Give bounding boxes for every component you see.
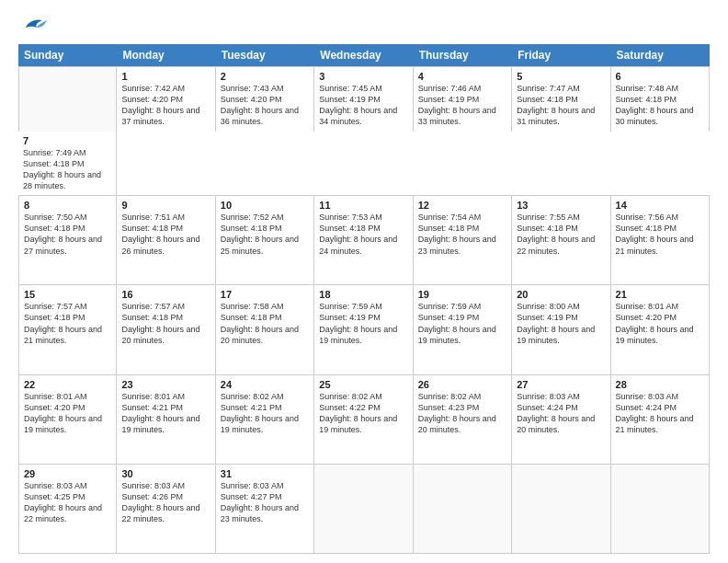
cell-info: Sunrise: 8:03 AMSunset: 4:26 PMDaylight:… (121, 480, 210, 525)
calendar-cell: 27Sunrise: 8:03 AMSunset: 4:24 PMDayligh… (512, 375, 610, 464)
page: SundayMondayTuesdayWednesdayThursdayFrid… (0, 0, 728, 563)
calendar-header: SundayMondayTuesdayWednesdayThursdayFrid… (18, 44, 710, 66)
cell-info: Sunrise: 8:02 AMSunset: 4:21 PMDaylight:… (221, 391, 309, 436)
calendar-header-cell: Saturday (611, 44, 710, 66)
cell-info: Sunrise: 8:03 AMSunset: 4:27 PMDaylight:… (221, 480, 309, 525)
day-number: 9 (121, 200, 210, 211)
calendar: SundayMondayTuesdayWednesdayThursdayFrid… (18, 44, 710, 554)
calendar-cell: 28Sunrise: 8:03 AMSunset: 4:24 PMDayligh… (611, 375, 710, 464)
calendar-cell: 30Sunrise: 8:03 AMSunset: 4:26 PMDayligh… (117, 465, 215, 553)
cell-info: Sunrise: 7:52 AMSunset: 4:18 PMDaylight:… (221, 212, 309, 257)
cell-info: Sunrise: 7:55 AMSunset: 4:18 PMDaylight:… (517, 212, 605, 257)
calendar-cell: 7Sunrise: 7:49 AMSunset: 4:18 PMDaylight… (18, 132, 117, 196)
cell-info: Sunrise: 7:54 AMSunset: 4:18 PMDaylight:… (418, 212, 506, 257)
day-number: 24 (221, 379, 309, 390)
cell-info: Sunrise: 8:01 AMSunset: 4:21 PMDaylight:… (121, 391, 210, 436)
cell-info: Sunrise: 7:58 AMSunset: 4:18 PMDaylight:… (221, 301, 309, 346)
day-number: 3 (319, 71, 407, 82)
day-number: 4 (418, 71, 506, 82)
day-number: 1 (121, 71, 210, 82)
calendar-cell: 29Sunrise: 8:03 AMSunset: 4:25 PMDayligh… (18, 465, 117, 553)
day-number: 30 (121, 468, 210, 479)
calendar-cell: 24Sunrise: 8:02 AMSunset: 4:21 PMDayligh… (216, 375, 314, 464)
calendar-cell: 9Sunrise: 7:51 AMSunset: 4:18 PMDaylight… (117, 196, 215, 284)
header (18, 15, 710, 35)
calendar-cell (18, 67, 117, 132)
day-number: 5 (517, 71, 605, 82)
calendar-cell: 2Sunrise: 7:43 AMSunset: 4:20 PMDaylight… (216, 67, 314, 132)
cell-info: Sunrise: 7:50 AMSunset: 4:18 PMDaylight:… (24, 212, 111, 257)
calendar-row: 8Sunrise: 7:50 AMSunset: 4:18 PMDaylight… (18, 196, 710, 285)
calendar-cell: 5Sunrise: 7:47 AMSunset: 4:18 PMDaylight… (512, 67, 610, 132)
cell-info: Sunrise: 8:02 AMSunset: 4:23 PMDaylight:… (418, 391, 506, 436)
day-number: 31 (221, 468, 309, 479)
calendar-cell: 1Sunrise: 7:42 AMSunset: 4:20 PMDaylight… (117, 67, 215, 132)
cell-info: Sunrise: 7:51 AMSunset: 4:18 PMDaylight:… (121, 212, 210, 257)
cell-info: Sunrise: 7:53 AMSunset: 4:18 PMDaylight:… (319, 212, 407, 257)
calendar-header-cell: Wednesday (314, 44, 413, 66)
calendar-cell: 19Sunrise: 7:59 AMSunset: 4:19 PMDayligh… (414, 285, 512, 373)
cell-info: Sunrise: 7:56 AMSunset: 4:18 PMDaylight:… (616, 212, 704, 257)
day-number: 2 (221, 71, 309, 82)
day-number: 16 (121, 289, 210, 300)
day-number: 7 (23, 135, 111, 146)
day-number: 20 (517, 289, 605, 300)
calendar-header-cell: Friday (512, 44, 610, 66)
day-number: 10 (221, 200, 309, 211)
day-number: 25 (319, 379, 407, 390)
calendar-cell: 18Sunrise: 7:59 AMSunset: 4:19 PMDayligh… (314, 285, 413, 373)
calendar-cell: 12Sunrise: 7:54 AMSunset: 4:18 PMDayligh… (414, 196, 512, 284)
day-number: 18 (319, 289, 407, 300)
day-number: 6 (616, 71, 704, 82)
cell-info: Sunrise: 7:45 AMSunset: 4:19 PMDaylight:… (319, 83, 407, 128)
day-number: 15 (24, 289, 111, 300)
calendar-cell: 26Sunrise: 8:02 AMSunset: 4:23 PMDayligh… (414, 375, 512, 464)
cell-info: Sunrise: 8:01 AMSunset: 4:20 PMDaylight:… (616, 301, 704, 346)
cell-info: Sunrise: 7:46 AMSunset: 4:19 PMDaylight:… (418, 83, 506, 128)
calendar-cell: 15Sunrise: 7:57 AMSunset: 4:18 PMDayligh… (18, 285, 117, 373)
calendar-cell: 21Sunrise: 8:01 AMSunset: 4:20 PMDayligh… (611, 285, 710, 373)
calendar-cell: 6Sunrise: 7:48 AMSunset: 4:18 PMDaylight… (611, 67, 710, 132)
day-number: 17 (221, 289, 309, 300)
calendar-row: 29Sunrise: 8:03 AMSunset: 4:25 PMDayligh… (18, 465, 710, 554)
calendar-header-cell: Monday (117, 44, 215, 66)
calendar-cell: 4Sunrise: 7:46 AMSunset: 4:19 PMDaylight… (414, 67, 512, 132)
calendar-cell (314, 465, 413, 553)
logo (18, 15, 50, 35)
cell-info: Sunrise: 8:03 AMSunset: 4:25 PMDaylight:… (24, 480, 111, 525)
calendar-cell: 14Sunrise: 7:56 AMSunset: 4:18 PMDayligh… (611, 196, 710, 284)
calendar-row: 15Sunrise: 7:57 AMSunset: 4:18 PMDayligh… (18, 285, 710, 374)
cell-info: Sunrise: 8:00 AMSunset: 4:19 PMDaylight:… (517, 301, 605, 346)
calendar-cell (611, 465, 710, 553)
calendar-cell (414, 465, 512, 553)
cell-info: Sunrise: 8:03 AMSunset: 4:24 PMDaylight:… (616, 391, 704, 436)
cell-info: Sunrise: 8:02 AMSunset: 4:22 PMDaylight:… (319, 391, 407, 436)
calendar-cell: 22Sunrise: 8:01 AMSunset: 4:20 PMDayligh… (18, 375, 117, 464)
day-number: 13 (517, 200, 605, 211)
calendar-cell: 17Sunrise: 7:58 AMSunset: 4:18 PMDayligh… (216, 285, 314, 373)
calendar-header-cell: Sunday (18, 44, 117, 66)
calendar-cell: 20Sunrise: 8:00 AMSunset: 4:19 PMDayligh… (512, 285, 610, 373)
calendar-cell: 31Sunrise: 8:03 AMSunset: 4:27 PMDayligh… (216, 465, 314, 553)
calendar-cell (512, 465, 610, 553)
day-number: 28 (616, 379, 704, 390)
calendar-cell: 3Sunrise: 7:45 AMSunset: 4:19 PMDaylight… (314, 67, 413, 132)
calendar-body: 1Sunrise: 7:42 AMSunset: 4:20 PMDaylight… (18, 66, 710, 554)
cell-info: Sunrise: 8:01 AMSunset: 4:20 PMDaylight:… (24, 391, 111, 436)
calendar-header-cell: Tuesday (216, 44, 314, 66)
day-number: 21 (616, 289, 704, 300)
cell-info: Sunrise: 7:48 AMSunset: 4:18 PMDaylight:… (616, 83, 704, 128)
day-number: 8 (24, 200, 111, 211)
day-number: 12 (418, 200, 506, 211)
day-number: 22 (24, 379, 111, 390)
calendar-cell: 10Sunrise: 7:52 AMSunset: 4:18 PMDayligh… (216, 196, 314, 284)
day-number: 19 (418, 289, 506, 300)
calendar-cell: 23Sunrise: 8:01 AMSunset: 4:21 PMDayligh… (117, 375, 215, 464)
calendar-cell: 25Sunrise: 8:02 AMSunset: 4:22 PMDayligh… (314, 375, 413, 464)
day-number: 27 (517, 379, 605, 390)
cell-info: Sunrise: 7:59 AMSunset: 4:19 PMDaylight:… (319, 301, 407, 346)
calendar-row: 22Sunrise: 8:01 AMSunset: 4:20 PMDayligh… (18, 375, 710, 465)
cell-info: Sunrise: 7:57 AMSunset: 4:18 PMDaylight:… (121, 301, 210, 346)
cell-info: Sunrise: 7:59 AMSunset: 4:19 PMDaylight:… (418, 301, 506, 346)
day-number: 14 (616, 200, 704, 211)
